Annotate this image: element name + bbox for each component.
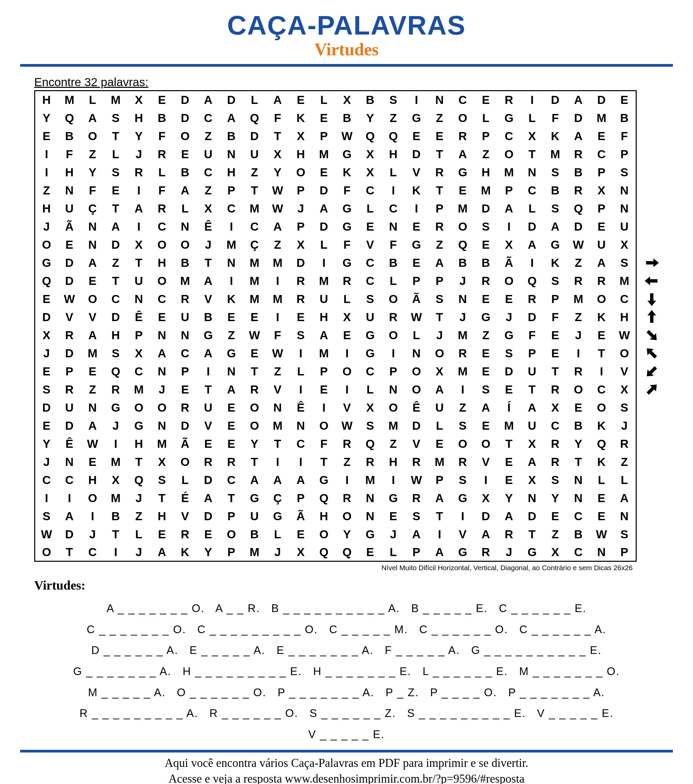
svg-marker-1 [653,259,659,267]
grid-cell: O [174,453,197,471]
grid-cell: I [127,217,150,236]
word-hint-line: V _ _ _ _ _ E. [33,724,660,745]
grid-cell: X [35,326,58,344]
grid-cell: O [428,344,451,362]
grid-cell: O [289,163,312,181]
grid-cell: A [498,507,521,525]
arrow-down-left-icon [644,364,660,379]
grid-cell: Z [544,525,567,544]
grid-cell: B [104,507,127,525]
grid-cell: T [428,145,451,163]
grid-cell: A [127,199,150,217]
grid-cell: L [336,290,359,308]
grid-cell: G [498,326,521,344]
grid-cell: Y [127,127,150,145]
grid-cell: A [81,254,104,272]
grid-cell: L [81,91,104,109]
grid-cell: M [428,453,451,471]
grid-cell: B [567,417,590,435]
grid-cell: W [613,326,636,344]
grid-cell: D [35,308,58,326]
grid-cell: X [521,471,544,489]
grid-cell: Y [243,435,266,453]
grid-cell: H [312,308,336,326]
grid-cell: D [35,399,58,417]
grid-cell: U [359,308,382,326]
grid-cell: D [590,91,613,109]
grid-cell: E [544,344,567,362]
grid-cell: T [104,272,127,290]
grid-cell: S [613,399,636,417]
grid-cell: Z [382,109,405,127]
grid-cell: Q [359,127,382,145]
instruction-text: Encontre 32 palavras: [34,76,673,89]
grid-cell: D [474,507,498,525]
grid-cell: U [521,362,544,380]
grid-cell: O [451,217,474,236]
grid-cell: L [382,272,405,290]
grid-cell: E [220,308,243,326]
grid-cell: H [150,254,174,272]
word-hint-line: R _ _ _ _ _ _ _ _ _ A. R _ _ _ _ _ _ O. … [33,703,660,724]
grid-cell: I [336,344,359,362]
grid-cell: X [613,380,636,399]
grid-cell: Ã [405,290,428,308]
grid-cell: L [174,471,197,489]
grid-cell: E [220,435,243,453]
grid-cell: E [243,344,266,362]
grid-cell: O [150,272,174,290]
divider-bottom [20,750,673,753]
grid-cell: U [521,417,544,435]
grid-row: GDAZTHBTNMMDIGCBEABBÃIKZAS [35,254,636,272]
grid-cell: M [243,290,266,308]
grid-cell: A [521,399,544,417]
grid-cell: D [58,254,81,272]
grid-cell: O [451,109,474,127]
grid-cell: C [197,163,220,181]
grid-cell: P [58,362,81,380]
grid-cell: I [35,163,58,181]
grid-cell: O [243,417,266,435]
grid-cell: T [243,362,266,380]
grid-cell: M [312,272,336,290]
grid-cell: I [266,272,289,290]
grid-cell: D [58,417,81,435]
grid-cell: J [127,145,150,163]
grid-cell: N [220,254,243,272]
grid-cell: A [266,471,289,489]
grid-cell: J [266,544,289,562]
grid-cell: K [289,109,312,127]
grid-cell: X [474,489,498,507]
grid-cell: M [220,236,243,254]
grid-cell: N [359,507,382,525]
grid-cell: F [150,181,174,199]
grid-cell: R [289,290,312,308]
grid-cell: O [174,127,197,145]
grid-cell: N [567,471,590,489]
arrow-up-right-icon [644,382,660,397]
grid-cell: D [521,507,544,525]
grid-cell: G [474,308,498,326]
grid-cell: X [336,308,359,326]
grid-cell: Z [567,308,590,326]
grid-cell: L [266,525,289,544]
grid-cell: A [613,489,636,507]
grid-cell: M [312,145,336,163]
grid-cell: P [613,544,636,562]
grid-cell: R [428,217,451,236]
grid-cell: A [567,91,590,109]
arrow-right-icon [644,255,660,270]
grid-cell: N [127,290,150,308]
grid-cell: M [81,344,104,362]
grid-cell: B [336,109,359,127]
grid-cell: R [127,163,150,181]
grid-cell: W [336,417,359,435]
grid-row: EBOTYFOZBDTXPWQQEERPCXKAEF [35,127,636,145]
word-hint-line: D _ _ _ _ _ _ A. E _ _ _ _ _ A. E _ _ _ … [33,640,660,661]
grid-cell: O [474,435,498,453]
grid-cell: Ê [405,399,428,417]
grid-row: OTCIJAKYPMJXQQELPAGRJGXCNP [35,544,636,562]
grid-cell: O [498,272,521,290]
grid-cell: R [521,290,544,308]
grid-cell: S [104,163,127,181]
